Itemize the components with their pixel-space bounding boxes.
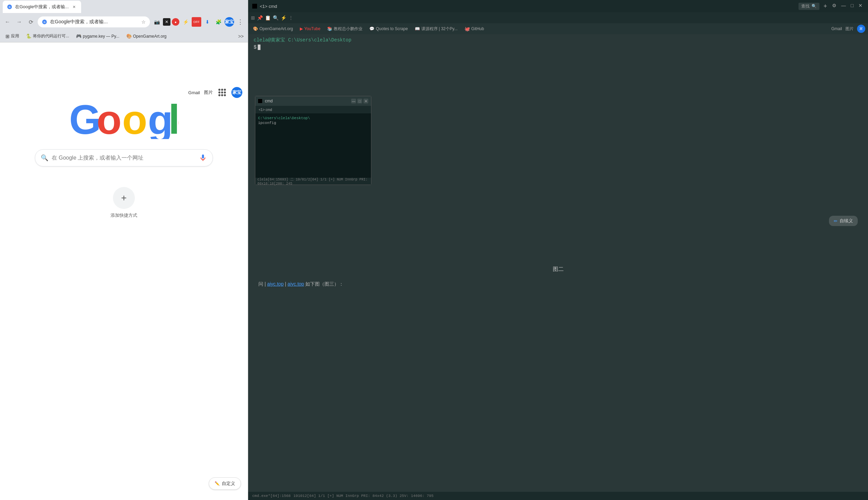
bookmark-python-label: 将你的代码运行可...	[33, 33, 69, 39]
svg-text:G: G	[9, 5, 11, 9]
google-search-bar[interactable]: 🔍	[35, 149, 213, 167]
apps-label: 应用	[11, 33, 19, 39]
refresh-button[interactable]: ⟳	[26, 17, 36, 27]
pencil-icon: ✏️	[215, 481, 220, 486]
cmd-title-area: <1> cmd	[252, 4, 796, 9]
bookmark-pygame[interactable]: 🎮 pygame.key — Py...	[73, 32, 122, 40]
github-favicon: 🐙	[464, 26, 470, 32]
cmd-lower-content: 图二 问 | aiyc.top | aiyc.top 如下图（图三）：	[248, 259, 868, 492]
add-shortcut-label: 添加快捷方式	[111, 212, 137, 218]
link-aiyc-top-2[interactable]: aiyc.top	[288, 281, 304, 287]
apps-bookmark[interactable]: ⊞ 应用	[3, 32, 22, 41]
profile-avatar[interactable]: 家宝	[224, 17, 234, 27]
maximize-button[interactable]: □	[849, 3, 855, 10]
opengameart-favicon: 🎨	[253, 26, 258, 31]
cmd-title-label: <1> cmd	[260, 4, 277, 9]
more-bookmarks-label: >>	[238, 34, 244, 39]
x-extension-icon[interactable]: ✕	[163, 18, 171, 26]
cmd-float-tab[interactable]: <1> cmd	[257, 107, 274, 112]
extensions-button[interactable]: 🧩	[213, 17, 223, 27]
cmd-window-controls: + ⚙ — □ ✕	[822, 3, 864, 10]
float-minimize-btn[interactable]: —	[351, 99, 356, 103]
cmd-bookmark-youtube[interactable]: ▶ YouTube	[298, 26, 322, 32]
record-extension-icon[interactable]: ●	[172, 18, 180, 26]
google-account-avatar[interactable]: 家宝	[231, 87, 242, 98]
bookmark-python[interactable]: 🐍 将你的代码运行可...	[23, 32, 72, 41]
more-bookmarks-button[interactable]: >>	[237, 32, 245, 41]
cmd-bookmark-quotes[interactable]: 💬 Quotes to Scrape	[367, 26, 410, 32]
google-apps-button[interactable]	[217, 87, 227, 98]
toolbar-icon-5[interactable]: ⚡	[281, 15, 287, 21]
cmd-main-area: clela@黄家宝 C:\Users\clela\Desktop $ cmd —…	[248, 34, 868, 259]
cmd-settings-icon[interactable]: ⚙	[831, 3, 838, 10]
back-button[interactable]: ←	[3, 17, 12, 27]
bookmarks-bar: ⊞ 应用 🐍 将你的代码运行可... 🎮 pygame.key — Py... …	[0, 30, 248, 43]
cmd-profile-avatar[interactable]: 家	[857, 25, 865, 33]
cmd-float-titlebar: cmd — □ ✕	[255, 96, 371, 106]
toolbar-icon-4[interactable]: 🔍	[273, 15, 279, 21]
cmd-titlebar: <1> cmd 查找 🔍 + ⚙ — □ ✕	[248, 0, 868, 12]
cmd-bookmark-opengameart[interactable]: 🎨 OpenGameArt.org	[251, 26, 295, 32]
cmd-gmail-link[interactable]: Gmail	[831, 26, 842, 31]
cmd-dollar-sign: $	[254, 45, 256, 50]
chrome-titlebar: G 在Google中搜索，或者输... ✕	[0, 0, 248, 14]
google-favicon: G	[7, 4, 12, 10]
google-logo: G o o g l e	[69, 101, 179, 139]
toolbar-extensions: 📷 ✕ ● ⚡ OFF ⬇ 🧩 家宝 ⋮	[152, 17, 245, 27]
youtube-label: YouTube	[304, 26, 320, 31]
google-homepage: Gmail 图片 家宝 G o o g l e 🔍	[0, 43, 248, 500]
voice-search-icon[interactable]	[199, 154, 207, 162]
text-after-links: 如下图（图三）：	[305, 281, 344, 287]
cmd-toolbar: ⊞ 📌 📋 🔍 ⚡ ⋮	[248, 12, 868, 23]
toolbar-icon-2[interactable]: 📌	[257, 15, 263, 21]
minimize-button[interactable]: —	[840, 3, 847, 10]
cmd-float-status-text: clela[64:15693] 二 19/01/2[64] 1/1 [+] NU…	[257, 177, 369, 186]
new-tab-button[interactable]: +	[822, 3, 829, 10]
tab-close-button[interactable]: ✕	[71, 4, 77, 10]
cmd-bookmark-github[interactable]: 🐙 GitHub	[462, 26, 486, 32]
cmd-images-link[interactable]: 图片	[845, 26, 854, 32]
hint-label: 自续义	[840, 218, 853, 224]
lightning-extension-icon[interactable]: ⚡	[181, 17, 190, 27]
pencil-hint-icon: ✏	[834, 218, 837, 224]
python-favicon: 🐍	[26, 34, 32, 39]
quotes-label: Quotes to Scrape	[376, 26, 408, 31]
svg-text:o: o	[96, 101, 121, 139]
add-shortcut-button[interactable]: +	[113, 187, 135, 209]
cmd-search-area[interactable]: 查找 🔍	[799, 3, 819, 10]
forward-button[interactable]: →	[14, 17, 24, 27]
gmail-link[interactable]: Gmail	[188, 90, 200, 95]
text-before-links: 问 |	[258, 281, 266, 287]
bookmark-opengameart[interactable]: 🎨 OpenGameArt.org	[124, 32, 170, 40]
autocomplete-hint[interactable]: ✏ 自续义	[829, 216, 858, 226]
active-tab[interactable]: G 在Google中搜索，或者输... ✕	[3, 1, 81, 13]
chrome-browser: G 在Google中搜索，或者输... ✕ ← → ⟳ G 在Google中搜索…	[0, 0, 248, 500]
address-bar[interactable]: G 在Google中搜索，或者输... ☆	[38, 16, 150, 27]
opengameart-label: OpenGameArt.org	[259, 26, 293, 31]
art-favicon: 🎨	[126, 34, 132, 39]
customize-button[interactable]: ✏️ 自定义	[209, 477, 241, 490]
float-close-btn[interactable]: ✕	[363, 99, 368, 103]
download-extension-icon[interactable]: ⬇	[202, 17, 212, 27]
chrome-address-toolbar: ← → ⟳ G 在Google中搜索，或者输... ☆ 📷 ✕ ● ⚡ OFF	[0, 14, 248, 30]
toolbar-icon-1[interactable]: ⊞	[251, 15, 255, 21]
cmd-bookmark-courses[interactable]: 📖 课源程序 | 32个Py...	[413, 25, 460, 33]
cmd-float-window-controls: — □ ✕	[351, 99, 368, 103]
google-search-input[interactable]	[52, 155, 195, 161]
screenshot-icon[interactable]: 📷	[152, 17, 162, 27]
cmd-bookmark-lessons[interactable]: 📚 教程总小鹏作业	[325, 25, 364, 33]
cmd-favicon	[252, 4, 257, 9]
chrome-menu-button[interactable]: ⋮	[235, 17, 245, 27]
toolbar-icon-3[interactable]: 📋	[265, 15, 271, 21]
youtube-favicon: ▶	[300, 26, 303, 31]
close-button[interactable]: ✕	[857, 3, 864, 10]
cmd-search-label: 查找	[801, 3, 809, 9]
link-aiyc-top-1[interactable]: aiyc.top	[267, 281, 283, 287]
toolbar-icon-6[interactable]: ⋮	[289, 15, 293, 21]
images-link[interactable]: 图片	[204, 89, 213, 95]
toggle-extension-icon[interactable]: OFF	[192, 17, 201, 27]
float-maximize-btn[interactable]: □	[357, 99, 362, 103]
apps-grid-icon: ⊞	[5, 34, 10, 39]
statusbar-info: 191012[64] 1/1 [+] NUM InnGrp PRI: 84x42…	[293, 494, 433, 498]
bookmark-star-icon[interactable]: ☆	[141, 19, 146, 25]
